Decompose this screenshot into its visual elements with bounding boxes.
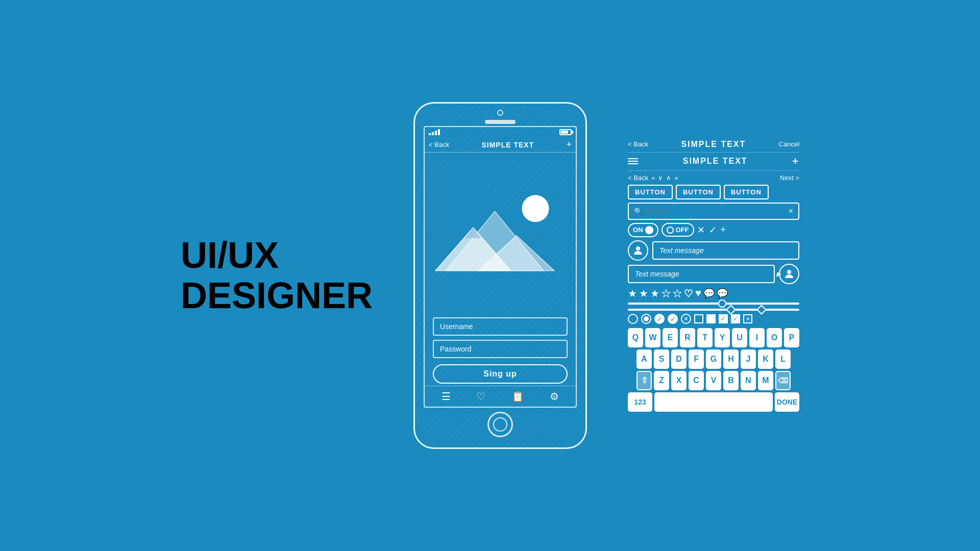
checkbox-radio-row [628,314,799,324]
star-3-filled[interactable]: ★ [650,287,659,299]
ctrl-plus-icon[interactable]: + [721,224,726,235]
key-H[interactable]: H [723,349,739,369]
nav-next-next[interactable]: » [674,174,678,182]
key-V[interactable]: V [706,371,721,390]
menu-icon[interactable]: ☰ [442,390,451,403]
nav-back-arrow[interactable]: < Back [628,174,648,182]
toggle-on[interactable]: ON [628,223,658,237]
uikit-title-row: SIMPLE TEXT + [628,156,799,171]
chat-bubble-left: Text message [628,240,799,261]
password-field[interactable]: Password [433,340,568,358]
star-1-filled[interactable]: ★ [628,287,637,299]
hamburger-icon[interactable] [628,158,638,164]
username-field[interactable]: Username [433,317,568,336]
sq-check[interactable] [719,314,728,323]
key-J[interactable]: J [741,349,756,369]
nav-chevron-up[interactable]: ∧ [666,174,671,182]
uikit-buttons-row: BUTTON BUTTON BUTTON [628,185,799,199]
key-C[interactable]: C [689,371,704,390]
uikit-header-title: SIMPLE TEXT [650,140,776,149]
key-L[interactable]: L [775,349,791,369]
radio-empty[interactable] [628,314,638,324]
avatar-right-icon [783,268,795,280]
key-T[interactable]: T [697,328,713,347]
settings-icon[interactable]: ⚙ [550,390,559,403]
ctrl-check-icon[interactable]: ✓ [709,224,717,236]
key-E[interactable]: E [663,328,678,347]
uikit-title-plus[interactable]: + [792,156,799,167]
star-4-empty[interactable]: ★ [662,287,671,299]
phone-mockup: < Back SIMPLE TEXT + [413,102,587,449]
phone-nav-title: SIMPLE TEXT [449,141,566,149]
star-2-filled[interactable]: ★ [639,287,648,299]
key-S[interactable]: S [654,349,669,369]
search-clear-button[interactable]: × [789,207,793,216]
slider-2-thumb-1[interactable] [726,305,736,315]
key-X[interactable]: X [671,371,687,390]
phone-bottom-nav: ☰ ♡ 📋 ⚙ [425,386,576,407]
key-D[interactable]: D [671,349,687,369]
toggle-off[interactable]: OFF [662,223,694,237]
phone-plus-button[interactable]: + [567,139,572,150]
key-M[interactable]: M [758,371,773,390]
circle-x[interactable] [681,314,691,324]
sq-x[interactable] [743,314,752,323]
chat-input-right[interactable]: Text message [628,265,775,283]
radio-filled[interactable] [641,314,651,324]
heart-filled-icon[interactable]: ♥ [695,287,701,299]
uikit-button-2[interactable]: BUTTON [676,185,721,199]
uikit-button-1[interactable]: BUTTON [628,185,673,199]
key-N[interactable]: N [741,371,756,390]
slider-2-thumb-2[interactable] [756,305,767,315]
key-P[interactable]: P [784,328,799,347]
key-B[interactable]: B [723,371,739,390]
key-Y[interactable]: Y [715,328,730,347]
key-done[interactable]: DONE [775,392,799,412]
heart-icon[interactable]: ♡ [476,390,485,403]
key-backspace[interactable]: ⌫ [775,371,791,390]
key-I[interactable]: I [749,328,765,347]
uikit-button-3[interactable]: BUTTON [724,185,769,199]
bubble-empty-icon[interactable]: 💬 [703,288,715,299]
sq-filled[interactable] [706,314,716,323]
nav-chevron-down[interactable]: ∨ [658,174,663,182]
phone-back-button[interactable]: < Back [429,141,449,148]
chat-input-left[interactable]: Text message [652,241,799,260]
nav-prev-prev[interactable]: « [651,174,655,182]
slider-1-thumb[interactable] [718,299,726,308]
heart-empty-icon[interactable]: ♡ [684,287,693,299]
key-G[interactable]: G [706,349,721,369]
key-O[interactable]: O [767,328,782,347]
key-A[interactable]: A [636,349,652,369]
key-K[interactable]: K [758,349,773,369]
phone-image-area [425,153,576,313]
key-F[interactable]: F [689,349,704,369]
toggle-off-label: OFF [676,226,689,234]
key-Z[interactable]: Z [654,371,669,390]
uikit-back-button[interactable]: < Back [628,140,648,148]
slider-1-track [628,303,799,305]
ctrl-x-icon[interactable]: ✕ [697,224,705,236]
uikit-cancel-button[interactable]: Cancel [779,140,799,148]
note-icon[interactable]: 📋 [511,390,524,403]
key-U[interactable]: U [732,328,747,347]
sq-check-2[interactable] [731,314,740,323]
circle-check-filled[interactable] [668,314,678,324]
bubble-filled-icon[interactable]: 💬 [717,288,728,299]
star-5-empty[interactable]: ★ [673,287,682,299]
uikit-toggle-row: ON OFF ✕ ✓ + [628,223,799,237]
key-W[interactable]: W [645,328,660,347]
phone-home-button[interactable] [487,412,513,437]
sq-empty[interactable] [694,314,703,323]
radio-check[interactable] [654,314,665,324]
stars-hearts-row: ★ ★ ★ ★ ★ ♡ ♥ 💬 💬 [628,287,799,299]
search-input[interactable] [646,207,786,215]
signup-button[interactable]: Sing up [433,364,568,384]
key-Q[interactable]: Q [628,328,643,347]
phone-nav-bar: < Back SIMPLE TEXT + [425,137,576,153]
key-shift[interactable]: ⇧ [636,371,652,390]
nav-next[interactable]: Next > [681,174,799,182]
key-R[interactable]: R [680,328,695,347]
key-123[interactable]: 123 [628,392,652,412]
key-space[interactable] [654,392,773,412]
